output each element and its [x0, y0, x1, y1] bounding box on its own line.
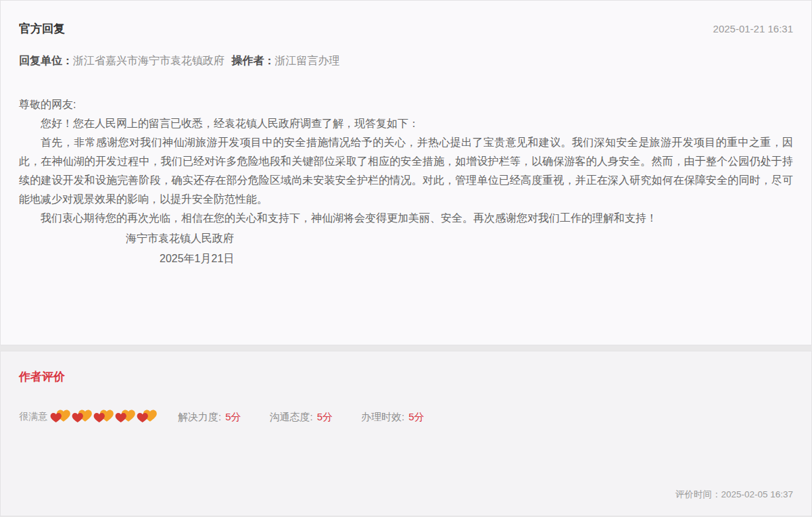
evaluation-time-label: 评价时间：	[675, 489, 721, 499]
rating-items: 解决力度:5分 沟通态度:5分 办理时效:5分	[178, 411, 453, 424]
rating-communication-label: 沟通态度:	[270, 411, 313, 422]
evaluation-title: 作者评价	[19, 351, 793, 385]
official-reply-card: 官方回复 2025-01-21 16:31 回复单位：浙江省嘉兴市海宁市袁花镇政…	[0, 0, 812, 345]
reply-paragraph-1: 您好！您在人民网上的留言已收悉，经袁花镇人民政府调查了解，现答复如下：	[19, 114, 793, 133]
rating-resolution-value: 5分	[225, 411, 241, 422]
operator-label: 操作者：	[231, 55, 274, 66]
rating-communication: 沟通态度:5分	[270, 411, 333, 424]
reply-meta: 回复单位：浙江省嘉兴市海宁市袁花镇政府 操作者：浙江留言办理	[19, 54, 793, 68]
reply-timestamp: 2025-01-21 16:31	[713, 23, 793, 34]
reply-unit-label: 回复单位：	[19, 55, 73, 66]
salutation: 尊敬的网友:	[19, 95, 793, 114]
reply-paragraph-3: 我们衷心期待您的再次光临，相信在您的关心和支持下，神仙湖将会变得更加美丽、安全。…	[19, 209, 793, 228]
double-heart-icon	[114, 408, 136, 426]
rating-resolution: 解决力度:5分	[178, 411, 241, 424]
author-evaluation-card: 作者评价 很满意	[0, 351, 812, 516]
rating-timeliness-label: 办理时效:	[361, 411, 404, 422]
reply-paragraph-2: 首先，非常感谢您对我们神仙湖旅游开发项目中的安全措施情况给予的关心，并热心提出了…	[19, 133, 793, 209]
double-heart-icon	[136, 408, 158, 426]
reply-body: 尊敬的网友: 您好！您在人民网上的留言已收悉，经袁花镇人民政府调查了解，现答复如…	[19, 95, 793, 268]
rating-resolution-label: 解决力度:	[178, 411, 221, 422]
rating-communication-value: 5分	[317, 411, 333, 422]
signature-date: 2025年1月21日	[19, 249, 793, 268]
rating-timeliness-value: 5分	[408, 411, 424, 422]
reply-title: 官方回复	[19, 21, 65, 36]
signature-name: 海宁市袁花镇人民政府	[19, 229, 793, 248]
rating-row: 很满意	[19, 408, 793, 426]
evaluation-time: 评价时间：2025-02-05 16:37	[675, 489, 793, 516]
reply-header: 官方回复 2025-01-21 16:31	[19, 1, 793, 36]
double-heart-icon	[71, 408, 93, 426]
rating-timeliness: 办理时效:5分	[361, 411, 425, 424]
double-heart-icon	[49, 408, 71, 426]
operator-value: 浙江留言办理	[274, 55, 339, 66]
evaluation-time-value: 2025-02-05 16:37	[721, 489, 793, 499]
satisfaction-label: 很满意	[19, 411, 47, 423]
hearts-rating	[49, 408, 158, 426]
double-heart-icon	[93, 408, 114, 426]
reply-unit-value: 浙江省嘉兴市海宁市袁花镇政府	[73, 55, 224, 66]
